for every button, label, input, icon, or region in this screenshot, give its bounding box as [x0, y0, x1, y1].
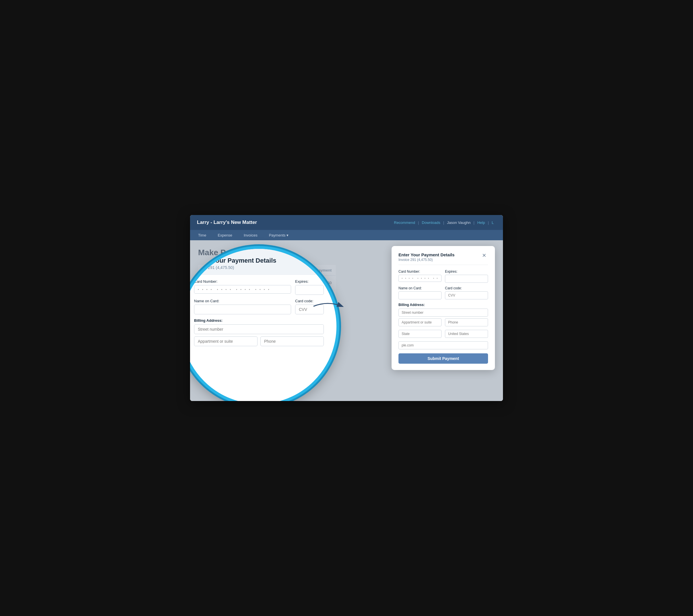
expires-group: Expires:	[445, 270, 488, 283]
billing-label: Billing Address:	[398, 303, 488, 307]
name-label: Name on Card:	[398, 286, 441, 290]
modal-close-button[interactable]: ✕	[480, 252, 488, 259]
top-nav: Recommend | Downloads | Jason Vaughn | H…	[392, 220, 496, 225]
nav-bar: Time Expense Invoices Payments ▾	[190, 230, 503, 240]
top-bar: Larry - Larry's New Matter Recommend | D…	[190, 215, 503, 230]
apt-phone-row	[398, 318, 488, 326]
nav-payments[interactable]: Payments ▾	[268, 233, 290, 237]
nav-expense[interactable]: Expense	[216, 233, 233, 237]
logout-link[interactable]: L	[490, 220, 496, 225]
downloads-link[interactable]: Downloads	[419, 220, 442, 225]
cvv-input[interactable]	[445, 291, 488, 299]
card-number-label: Card Number:	[398, 270, 441, 274]
payment-modal: Enter Your Payment Details Invoice 291 (…	[392, 246, 495, 370]
recommend-link[interactable]: Recommend	[392, 220, 417, 225]
nav-time[interactable]: Time	[197, 233, 207, 237]
submit-payment-button[interactable]: Submit Payment	[398, 353, 488, 364]
card-code-group: Card code:	[445, 286, 488, 299]
card-number-group: Card Number:	[398, 270, 441, 283]
modal-title: Enter Your Payment Details	[398, 252, 454, 257]
expires-label: Expires:	[445, 270, 488, 274]
name-code-row: Name on Card: Card code:	[398, 286, 488, 299]
expires-input[interactable]	[445, 275, 488, 283]
modal-header: Enter Your Payment Details Invoice 291 (…	[398, 252, 488, 265]
state-country-row	[398, 330, 488, 338]
nav-invoices[interactable]: Invoices	[242, 233, 259, 237]
apartment-input[interactable]	[398, 318, 441, 326]
state-input[interactable]	[398, 330, 441, 338]
email-input[interactable]	[398, 341, 488, 349]
name-input[interactable]	[398, 291, 441, 299]
app-title: Larry - Larry's New Matter	[197, 220, 257, 225]
card-number-input[interactable]	[398, 275, 441, 282]
phone-input[interactable]	[445, 318, 488, 326]
modal-overlay: Enter Your Payment Details Invoice 291 (…	[190, 240, 503, 401]
main-content: Make Payment ← Back to Invoice 291 Matte…	[190, 240, 503, 401]
app-frame: Larry - Larry's New Matter Recommend | D…	[190, 215, 503, 401]
user-name: Jason Vaughn	[445, 220, 473, 225]
name-group: Name on Card:	[398, 286, 441, 299]
card-row: Card Number: Expires:	[398, 270, 488, 283]
country-input[interactable]	[445, 330, 488, 338]
modal-subtitle: Invoice 291 (4,475.50)	[398, 258, 454, 262]
billing-section: Billing Address:	[398, 303, 488, 352]
street-input[interactable]	[398, 309, 488, 317]
card-code-label: Card code:	[445, 286, 488, 290]
help-link[interactable]: Help	[475, 220, 488, 225]
